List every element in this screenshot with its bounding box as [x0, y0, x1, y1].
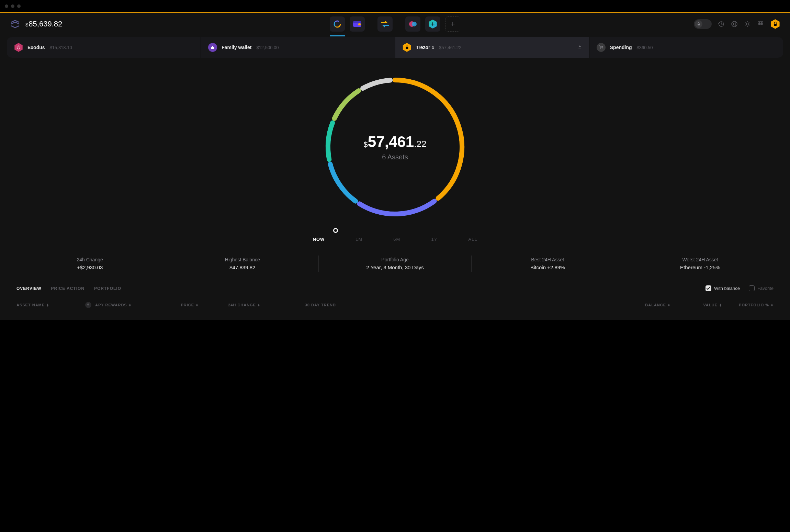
filter-label: Favorite	[757, 286, 774, 291]
wallet-tab-family[interactable]: Family wallet $12,500.00	[201, 37, 395, 58]
wallet-name: Spending	[610, 45, 632, 50]
nav-center	[330, 16, 460, 32]
timeline-marker[interactable]	[333, 228, 338, 233]
timeline-option[interactable]: NOW	[313, 237, 325, 242]
stat-value: $47,839.82	[170, 264, 315, 270]
window-titlebar	[0, 0, 790, 12]
table-tab[interactable]: OVERVIEW	[16, 286, 41, 291]
svg-rect-17	[760, 23, 761, 25]
wallet-name: Family wallet	[222, 45, 251, 50]
col-balance[interactable]: BALANCE ▲▼	[336, 302, 670, 308]
sort-icon: ▲▼	[719, 303, 722, 307]
exodus-wallet-icon	[14, 43, 23, 52]
svg-point-23	[602, 48, 602, 49]
home-wallet-icon	[208, 43, 217, 52]
topbar-right	[694, 19, 780, 29]
table-tab[interactable]: PRICE ACTION	[51, 286, 84, 291]
table-controls: OVERVIEWPRICE ACTIONPORTFOLIO With balan…	[0, 272, 790, 297]
wallet-name: Trezor 1	[416, 45, 434, 50]
svg-rect-5	[358, 23, 361, 25]
portfolio-assets-count: 6 Assets	[382, 153, 408, 161]
table-tabs: OVERVIEWPRICE ACTIONPORTFOLIO	[16, 286, 121, 291]
help-icon[interactable]: ?	[85, 302, 91, 308]
timeline-option[interactable]: 1Y	[431, 237, 437, 242]
checkbox-icon	[749, 285, 755, 291]
total-balance: $85,639.82	[25, 20, 62, 29]
portfolio-value: $57,461.22	[364, 133, 427, 150]
topbar: $85,639.82	[0, 13, 790, 34]
sort-icon: ▲▼	[196, 303, 199, 307]
nav-wallet[interactable]	[350, 16, 365, 32]
eject-icon[interactable]	[577, 44, 582, 50]
svg-rect-4	[353, 21, 361, 23]
wallet-amount: $360.50	[637, 45, 653, 50]
sort-icon: ▲▼	[129, 303, 132, 307]
nav-swap[interactable]	[377, 16, 393, 32]
filter-with-balance[interactable]: With balance	[706, 285, 740, 291]
timeline-option[interactable]: 6M	[393, 237, 400, 242]
col-24h-change[interactable]: 24H CHANGE ▲▼	[209, 302, 260, 308]
donut-center: $57,461.22 6 Assets	[319, 71, 471, 223]
table-columns-header: ASSET NAME ▲▼ ? APY REWARDS ▲▼ PRICE ▲▼ …	[0, 297, 790, 313]
stat-block: Best 24H AssetBitcoin +2.89%	[472, 256, 624, 272]
stat-label: Highest Balance	[170, 257, 315, 262]
nav-add-wallet[interactable]	[425, 16, 440, 32]
settings-icon[interactable]	[744, 21, 751, 27]
exodus-logo-icon[interactable]	[10, 19, 21, 30]
wallet-tab-spending[interactable]: Spending $360.50	[589, 37, 783, 58]
nav-apps[interactable]	[405, 16, 420, 32]
col-apy-rewards[interactable]: ? APY REWARDS ▲▼	[85, 302, 154, 308]
stat-value: Ethereum -1,25%	[628, 264, 773, 270]
col-portfolio-pct[interactable]: PORTFOLIO % ▲▼	[722, 302, 774, 308]
cart-wallet-icon	[596, 43, 606, 52]
stat-value: 2 Year, 3 Month, 30 Days	[322, 264, 467, 270]
table-tab[interactable]: PORTFOLIO	[94, 286, 121, 291]
svg-rect-14	[760, 22, 761, 23]
sort-icon: ▲▼	[46, 303, 49, 307]
stat-label: 24h Change	[17, 257, 162, 262]
stat-label: Worst 24H Asset	[628, 257, 773, 262]
window-max-dot[interactable]	[17, 4, 21, 8]
svg-rect-18	[761, 23, 763, 25]
checkbox-checked-icon	[706, 285, 711, 291]
history-icon[interactable]	[718, 21, 725, 27]
stat-label: Portfolio Age	[322, 257, 467, 262]
svg-rect-13	[758, 22, 759, 23]
col-asset-name[interactable]: ASSET NAME ▲▼	[16, 302, 85, 308]
logo-block: $85,639.82	[10, 19, 62, 30]
nav-divider	[399, 20, 399, 29]
sort-icon: ▲▼	[668, 303, 670, 307]
window-min-dot[interactable]	[11, 4, 14, 8]
svg-point-22	[600, 48, 601, 49]
svg-rect-19	[774, 24, 777, 26]
col-value[interactable]: VALUE ▲▼	[670, 302, 722, 308]
col-30d-trend[interactable]: 30 DAY TREND	[271, 302, 336, 308]
nav-portfolio[interactable]	[330, 16, 345, 32]
svg-rect-16	[758, 23, 759, 25]
grid-icon[interactable]	[757, 21, 764, 27]
wallet-amount: $57,461.22	[439, 45, 461, 50]
window-close-dot[interactable]	[5, 4, 8, 8]
svg-point-12	[746, 23, 748, 25]
nav-divider	[371, 20, 371, 29]
nav-add-button[interactable]	[445, 16, 460, 32]
support-icon[interactable]	[731, 21, 738, 27]
svg-rect-21	[578, 48, 581, 48]
col-price[interactable]: PRICE ▲▼	[154, 302, 199, 308]
timeline-option[interactable]: 1M	[356, 237, 362, 242]
wallets-row: Exodus $15,318.10 Family wallet $12,500.…	[7, 37, 783, 58]
stat-label: Best 24H Asset	[475, 257, 620, 262]
stat-value: +$2,930.03	[17, 264, 162, 270]
filter-label: With balance	[714, 286, 740, 291]
svg-rect-20	[406, 47, 408, 49]
trezor-status-badge[interactable]	[770, 19, 780, 29]
lock-toggle[interactable]	[694, 19, 712, 29]
wallet-name: Exodus	[27, 45, 45, 50]
timeline-option[interactable]: ALL	[468, 237, 477, 242]
trezor-wallet-icon	[402, 43, 412, 52]
sort-icon: ▲▼	[258, 303, 260, 307]
wallet-tab-exodus[interactable]: Exodus $15,318.10	[7, 37, 201, 58]
wallet-tab-trezor[interactable]: Trezor 1 $57,461.22	[395, 37, 589, 58]
svg-point-7	[412, 22, 417, 26]
filter-favorite[interactable]: Favorite	[749, 285, 774, 291]
